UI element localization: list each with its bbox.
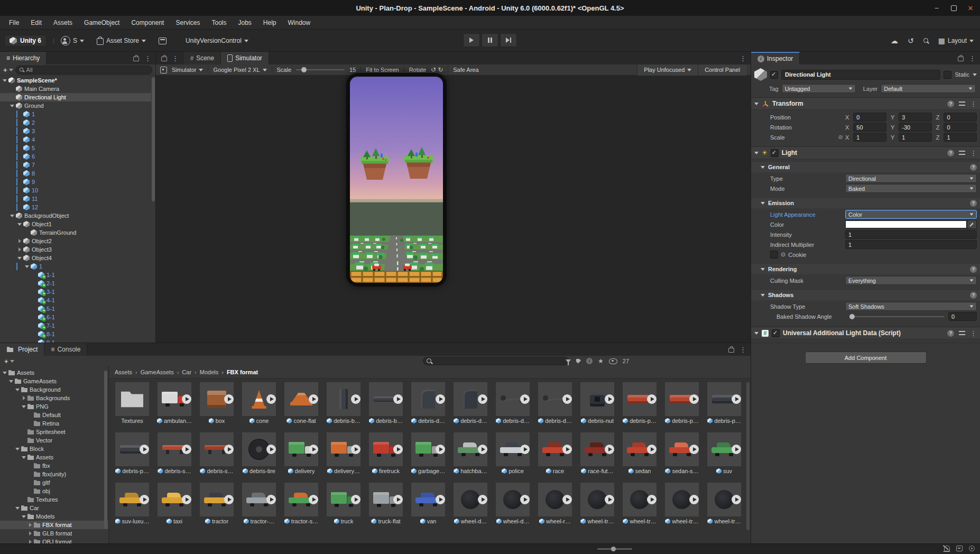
play-badge-icon[interactable] xyxy=(689,495,699,504)
breadcrumb-item[interactable]: FBX format xyxy=(220,369,259,375)
foldout-icon[interactable] xyxy=(17,162,23,168)
asset-item[interactable]: truck-flat xyxy=(365,483,407,526)
play-badge-icon[interactable] xyxy=(309,445,318,454)
folder-item[interactable]: Background xyxy=(0,385,108,394)
play-badge-icon[interactable] xyxy=(562,495,572,504)
hierarchy-search-input[interactable]: All xyxy=(15,66,152,75)
color-swatch[interactable] xyxy=(845,220,967,228)
foldout-icon[interactable] xyxy=(2,370,8,376)
simulator-screen[interactable] xyxy=(350,77,443,283)
folder-item[interactable]: Assets xyxy=(0,368,108,377)
foldout-icon[interactable] xyxy=(17,137,23,143)
slider-knob[interactable] xyxy=(301,67,307,72)
folder-item[interactable]: Retina xyxy=(0,419,108,428)
folder-item[interactable]: Vector xyxy=(0,436,108,445)
cloud-icon[interactable]: ☁ xyxy=(891,36,898,45)
tag-dropdown[interactable]: Untagged xyxy=(782,84,856,93)
menu-item[interactable]: Edit xyxy=(25,16,48,29)
play-badge-icon[interactable] xyxy=(140,495,149,504)
hierarchy-item[interactable]: 11 xyxy=(0,195,151,203)
hierarchy-item[interactable]: 3-1 xyxy=(0,288,151,296)
foldout-icon[interactable] xyxy=(17,112,23,117)
hidden-count-eye-icon[interactable] xyxy=(609,358,617,364)
project-search-input[interactable] xyxy=(423,357,569,365)
asset-item[interactable]: debris-b… xyxy=(322,382,365,426)
play-badge-icon[interactable] xyxy=(140,445,149,454)
play-badge-icon[interactable] xyxy=(436,394,445,404)
foldout-icon[interactable] xyxy=(17,179,23,185)
asset-item[interactable]: debris-p… xyxy=(703,382,745,426)
lock-icon[interactable] xyxy=(728,348,734,353)
simulator-mode-dropdown[interactable]: Simulator xyxy=(172,67,203,73)
asset-item[interactable]: police xyxy=(492,432,534,476)
foldout-icon[interactable] xyxy=(27,539,33,544)
hierarchy-item[interactable]: 2 xyxy=(0,118,151,127)
play-badge-icon[interactable] xyxy=(562,394,572,404)
hierarchy-item[interactable]: TerrainGround xyxy=(0,228,151,237)
rendering-section-header[interactable]: Rendering ? xyxy=(751,263,980,274)
hierarchy-item[interactable]: Object2 xyxy=(0,237,151,245)
kebab-menu-icon[interactable]: ⋮ xyxy=(739,54,746,62)
foldout-icon[interactable] xyxy=(10,95,15,100)
light-mode-dropdown[interactable]: Baked xyxy=(845,184,977,193)
foldout-icon[interactable] xyxy=(15,387,21,393)
eyedropper-button[interactable] xyxy=(967,220,977,229)
asset-item[interactable]: garbage… xyxy=(407,432,449,476)
position-z-field[interactable]: 0 xyxy=(944,113,977,122)
tab-simulator[interactable]: Simulator xyxy=(221,52,269,64)
close-button[interactable]: ✕ xyxy=(966,4,975,12)
play-badge-icon[interactable] xyxy=(224,394,234,404)
asset-item[interactable]: race-fut… xyxy=(576,432,618,476)
folder-item[interactable]: gltf xyxy=(0,478,108,487)
step-button[interactable] xyxy=(500,33,517,47)
foldout-icon[interactable] xyxy=(17,247,23,253)
create-object-button[interactable]: + xyxy=(3,66,13,74)
saved-search-star-icon[interactable]: ★ xyxy=(598,357,604,365)
hierarchy-item[interactable]: Ground xyxy=(0,101,151,110)
menu-item[interactable]: Services xyxy=(170,16,206,29)
play-badge-icon[interactable] xyxy=(647,394,657,404)
hierarchy-item[interactable]: 6 xyxy=(0,152,151,161)
asset-item[interactable]: cone xyxy=(238,382,280,426)
search-by-type-icon[interactable] xyxy=(566,359,571,363)
play-badge-icon[interactable] xyxy=(351,445,360,454)
screenshot-icon[interactable] xyxy=(160,67,167,73)
foldout-icon[interactable] xyxy=(10,213,15,219)
account-dropdown[interactable]: S xyxy=(61,36,84,45)
play-badge-icon[interactable] xyxy=(266,495,276,504)
hierarchy-item[interactable]: Object3 xyxy=(0,245,151,254)
asset-item[interactable]: firetruck xyxy=(365,432,407,476)
folder-item[interactable]: Spritesheet xyxy=(0,428,108,436)
asset-item[interactable]: debris-s… xyxy=(196,432,238,476)
hierarchy-item[interactable]: 10 xyxy=(0,186,151,195)
scale-x-field[interactable]: 1 xyxy=(853,133,886,142)
asset-item[interactable]: taxi xyxy=(153,483,196,526)
play-badge-icon[interactable] xyxy=(478,495,487,504)
foldout-icon[interactable] xyxy=(32,289,38,295)
tab-hierarchy[interactable]: ≡ Hierarchy xyxy=(0,52,47,64)
asset-item[interactable]: cone-flat xyxy=(280,382,322,426)
play-badge-icon[interactable] xyxy=(182,394,191,404)
gameobject-name-field[interactable]: Directional Light xyxy=(781,70,940,80)
foldout-icon[interactable] xyxy=(21,497,27,503)
foldout-icon[interactable] xyxy=(21,429,27,435)
help-icon[interactable]: ? xyxy=(970,164,977,171)
foldout-icon[interactable] xyxy=(27,488,33,494)
foldout-icon[interactable] xyxy=(17,145,23,151)
menu-item[interactable]: Window xyxy=(282,16,317,29)
presets-icon[interactable] xyxy=(959,101,965,106)
foldout-icon[interactable] xyxy=(17,221,23,227)
foldout-icon[interactable] xyxy=(17,120,23,126)
foldout-icon[interactable] xyxy=(21,514,27,520)
hierarchy-item[interactable]: Main Camera xyxy=(0,85,151,93)
breadcrumb-item[interactable]: GameAssets xyxy=(134,369,175,375)
menu-item[interactable]: Tools xyxy=(206,16,232,29)
hierarchy-item[interactable]: 5 xyxy=(0,144,151,152)
foldout-icon[interactable] xyxy=(10,103,15,109)
folder-item[interactable]: Default xyxy=(0,411,108,419)
asset-item[interactable]: wheel-d… xyxy=(449,483,492,526)
play-badge-icon[interactable] xyxy=(351,495,360,504)
asset-item[interactable]: debris-p… xyxy=(111,432,153,476)
play-badge-icon[interactable] xyxy=(478,445,487,454)
hierarchy-item[interactable]: Directional Light xyxy=(0,93,151,101)
